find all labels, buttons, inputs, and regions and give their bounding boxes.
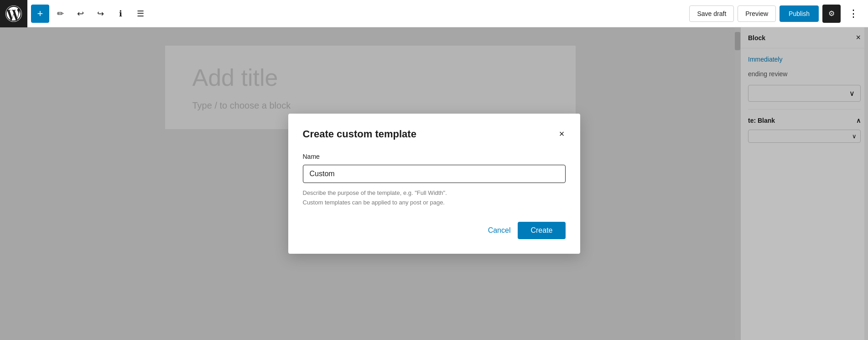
redo-icon: ↪: [97, 9, 104, 19]
list-view-button[interactable]: ☰: [131, 5, 150, 23]
toolbar-left: + ✏ ↩ ↪ ℹ ☰: [27, 5, 684, 23]
save-draft-button[interactable]: Save draft: [689, 5, 734, 22]
wp-logo: [0, 0, 27, 27]
settings-button[interactable]: ⚙: [822, 5, 841, 23]
modal-create-template: Create custom template × Name Describe t…: [288, 114, 580, 254]
modal-name-input[interactable]: [303, 165, 566, 183]
modal-title: Create custom template: [303, 128, 416, 140]
toolbar: + ✏ ↩ ↪ ℹ ☰ Save draft Preview Publish ⚙…: [0, 0, 868, 27]
ellipsis-icon: ⋮: [848, 8, 858, 20]
modal-hint-line1: Describe the purpose of the template, e.…: [303, 189, 447, 196]
modal-actions: Cancel Create: [303, 222, 566, 239]
plus-icon: +: [37, 8, 43, 20]
modal-close-button[interactable]: ×: [558, 128, 566, 139]
toolbar-right: Save draft Preview Publish ⚙ ⋮: [684, 5, 868, 23]
modal-header: Create custom template ×: [303, 128, 566, 140]
undo-button[interactable]: ↩: [71, 5, 89, 23]
modal-cancel-button[interactable]: Cancel: [488, 226, 511, 235]
info-button[interactable]: ℹ: [111, 5, 130, 23]
redo-button[interactable]: ↪: [91, 5, 109, 23]
main-area: Add title Type / to choose a block Block…: [0, 27, 868, 340]
publish-button[interactable]: Publish: [780, 5, 819, 22]
edit-button[interactable]: ✏: [51, 5, 69, 23]
modal-hint: Describe the purpose of the template, e.…: [303, 188, 566, 208]
modal-backdrop: Create custom template × Name Describe t…: [0, 27, 868, 340]
preview-button[interactable]: Preview: [738, 5, 776, 22]
modal-name-label: Name: [303, 153, 566, 160]
info-icon: ℹ: [119, 9, 122, 19]
modal-create-button[interactable]: Create: [518, 222, 565, 239]
more-options-button[interactable]: ⋮: [844, 5, 863, 23]
undo-icon: ↩: [77, 9, 84, 19]
modal-hint-line2: Custom templates can be applied to any p…: [303, 199, 445, 206]
list-icon: ☰: [137, 9, 144, 19]
add-block-button[interactable]: +: [31, 5, 49, 23]
gear-icon: ⚙: [828, 9, 835, 18]
pencil-icon: ✏: [57, 9, 64, 19]
